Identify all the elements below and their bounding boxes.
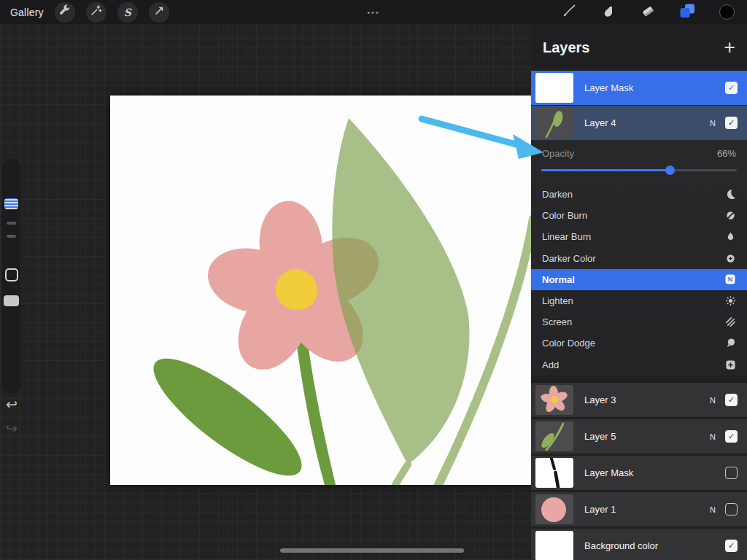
gallery-button[interactable]: Gallery bbox=[10, 7, 44, 18]
opacity-value: 66% bbox=[717, 148, 736, 159]
background-color-thumbnail bbox=[535, 531, 573, 560]
layers-icon bbox=[679, 3, 695, 22]
visibility-checkbox[interactable] bbox=[725, 503, 738, 516]
home-indicator[interactable] bbox=[280, 548, 464, 553]
layer-3-thumbnail bbox=[535, 385, 573, 415]
brush-icon bbox=[561, 3, 577, 22]
layer-name: Layer Mask bbox=[584, 467, 633, 478]
brush-size-slider[interactable] bbox=[4, 198, 18, 209]
magic-wand-icon bbox=[90, 4, 102, 20]
layer-mask-thumbnail bbox=[535, 73, 573, 103]
layer-name: Layer 3 bbox=[584, 394, 616, 405]
layer-5-thumbnail bbox=[535, 421, 573, 451]
redo-icon: ↪ bbox=[6, 420, 18, 437]
visibility-checkbox[interactable]: ✓ bbox=[725, 430, 738, 443]
blend-mode-color-dodge[interactable]: Color Dodge bbox=[531, 332, 747, 354]
layers-panel-title: Layers bbox=[543, 39, 590, 56]
brush-opacity-slider[interactable] bbox=[4, 295, 19, 306]
undo-icon: ↩ bbox=[6, 396, 18, 413]
active-color-icon bbox=[719, 4, 735, 20]
lower-layers-list: Layer 3 N ✓ Layer 5 N ✓ bbox=[531, 383, 747, 560]
layer-row-layer-5[interactable]: Layer 5 N ✓ bbox=[531, 419, 747, 454]
layer-1-thumbnail bbox=[535, 494, 573, 524]
smudge-button[interactable] bbox=[600, 4, 617, 21]
blend-mode-add[interactable]: Add bbox=[531, 354, 747, 376]
selection-s-icon: S bbox=[124, 7, 131, 18]
linear-burn-flame-icon bbox=[724, 231, 736, 243]
svg-text:N: N bbox=[728, 276, 733, 284]
sidebar-sliders bbox=[2, 159, 20, 394]
blend-mode-darken[interactable]: Darken bbox=[531, 184, 747, 205]
layer-row-layer-mask-bottom[interactable]: Layer Mask bbox=[531, 456, 747, 490]
blend-mode-list: Darken Color Burn Linear Burn bbox=[531, 184, 747, 376]
blend-label: Add bbox=[542, 359, 559, 370]
visibility-checkbox[interactable] bbox=[725, 467, 738, 479]
blend-mode-normal[interactable]: Normal N bbox=[531, 269, 747, 290]
modify-button[interactable] bbox=[5, 268, 18, 281]
procreate-app: Gallery S bbox=[0, 0, 747, 560]
top-toolbar: Gallery S bbox=[0, 0, 747, 24]
blend-label: Color Dodge bbox=[542, 338, 595, 349]
brush-button[interactable] bbox=[560, 4, 578, 21]
blend-mode-badge[interactable]: N bbox=[709, 119, 716, 128]
canvas-options-handle[interactable]: ••• bbox=[367, 8, 380, 17]
visibility-checkbox[interactable]: ✓ bbox=[725, 82, 738, 94]
color-burn-icon bbox=[724, 210, 736, 222]
blend-mode-lighten[interactable]: Lighten bbox=[531, 290, 747, 311]
canvas-artwork bbox=[110, 96, 531, 485]
redo-button[interactable]: ↪ bbox=[4, 420, 20, 436]
slider-tick-1 bbox=[7, 222, 16, 225]
normal-n-icon: N bbox=[724, 273, 736, 285]
blend-label: Normal bbox=[542, 274, 575, 285]
visibility-checkbox[interactable]: ✓ bbox=[725, 117, 738, 129]
layer-row-layer-mask-top[interactable]: Layer Mask ✓ bbox=[531, 71, 747, 105]
transform-button[interactable] bbox=[149, 2, 169, 23]
blend-mode-screen[interactable]: Screen bbox=[531, 311, 747, 332]
adjustments-button[interactable] bbox=[86, 2, 107, 23]
layer-row-layer-1[interactable]: Layer 1 N bbox=[531, 492, 747, 526]
layer-name: Layer 4 bbox=[584, 117, 616, 128]
visibility-checkbox[interactable]: ✓ bbox=[725, 540, 738, 552]
blend-mode-badge[interactable]: N bbox=[709, 432, 716, 441]
layer-4-thumbnail bbox=[535, 108, 573, 138]
layer-row-layer-4[interactable]: Layer 4 N ✓ bbox=[531, 106, 747, 140]
opacity-slider-thumb[interactable] bbox=[665, 166, 675, 175]
smudge-finger-icon bbox=[601, 4, 616, 21]
darker-color-icon bbox=[724, 252, 736, 264]
visibility-checkbox[interactable]: ✓ bbox=[725, 394, 738, 406]
drawing-canvas[interactable] bbox=[110, 96, 531, 485]
wrench-icon bbox=[58, 4, 71, 20]
blend-label: Darken bbox=[542, 189, 573, 200]
layer-mask-stroke-thumbnail bbox=[535, 458, 573, 488]
selection-button[interactable]: S bbox=[117, 2, 138, 23]
add-layer-button[interactable]: + bbox=[724, 38, 735, 58]
blend-mode-color-burn[interactable]: Color Burn bbox=[531, 205, 747, 226]
screen-hatch-icon bbox=[724, 316, 736, 328]
eraser-button[interactable] bbox=[639, 4, 657, 21]
blend-mode-badge[interactable]: N bbox=[709, 396, 716, 405]
layer-name: Background color bbox=[584, 540, 658, 551]
layers-button[interactable] bbox=[678, 4, 696, 21]
add-plus-icon bbox=[724, 359, 736, 370]
blend-label: Color Burn bbox=[542, 210, 587, 221]
actions-button[interactable] bbox=[55, 2, 75, 23]
layer-name: Layer 5 bbox=[584, 431, 616, 442]
blend-mode-linear-burn[interactable]: Linear Burn bbox=[531, 226, 747, 247]
blend-label: Darker Color bbox=[542, 253, 596, 264]
layer-row-background-color[interactable]: Background color ✓ bbox=[531, 529, 747, 560]
layers-panel: Layers + Layer Mask ✓ Layer 4 N ✓ bbox=[531, 24, 747, 560]
slider-tick-2 bbox=[7, 235, 16, 238]
blend-mode-darker-color[interactable]: Darker Color bbox=[531, 248, 747, 269]
color-button[interactable] bbox=[718, 4, 735, 21]
darken-moon-icon bbox=[724, 189, 736, 201]
layer-row-layer-3[interactable]: Layer 3 N ✓ bbox=[531, 383, 747, 417]
undo-button[interactable]: ↩ bbox=[4, 396, 20, 412]
layer-name: Layer Mask bbox=[584, 82, 633, 93]
blend-label: Linear Burn bbox=[542, 231, 591, 242]
eraser-icon bbox=[640, 4, 655, 21]
blend-mode-badge[interactable]: N bbox=[709, 505, 716, 514]
opacity-slider[interactable] bbox=[541, 169, 737, 171]
opacity-label: Opacity bbox=[542, 148, 574, 159]
layer-name: Layer 1 bbox=[584, 504, 616, 515]
lighten-sun-icon bbox=[724, 295, 736, 307]
